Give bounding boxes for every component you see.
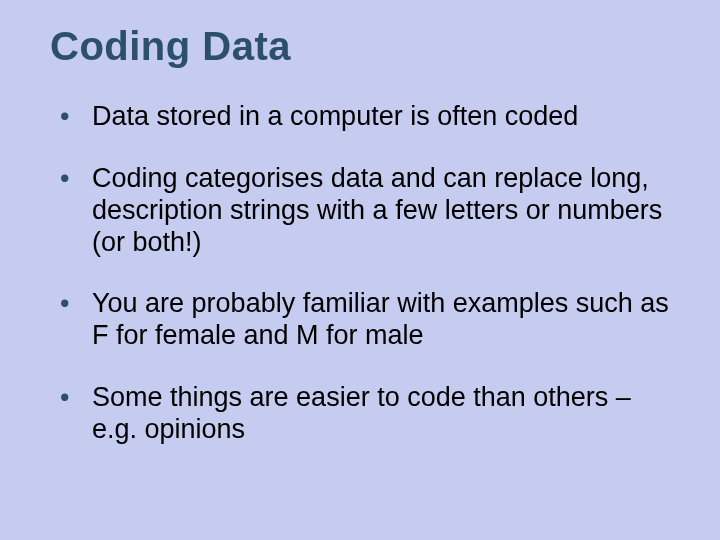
bullet-item: Coding categorises data and can replace … (50, 163, 680, 259)
bullet-list: Data stored in a computer is often coded… (50, 101, 680, 446)
slide-title: Coding Data (50, 24, 680, 69)
bullet-item: Some things are easier to code than othe… (50, 382, 680, 446)
bullet-item: Data stored in a computer is often coded (50, 101, 680, 133)
slide: Coding Data Data stored in a computer is… (0, 0, 720, 540)
bullet-item: You are probably familiar with examples … (50, 288, 680, 352)
